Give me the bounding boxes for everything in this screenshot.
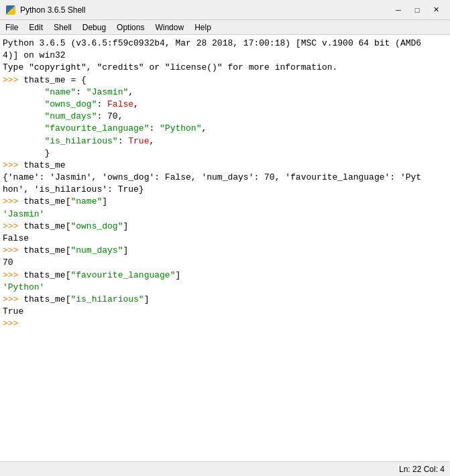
line-owns-dog: "owns_dog": False,	[3, 99, 447, 111]
menu-shell[interactable]: Shell	[48, 20, 77, 34]
line-prompt-owns-dog: >>> thats_me["owns_dog"]	[3, 221, 447, 233]
window-controls: ─ □ ✕	[390, 3, 445, 17]
line-fav-lang: "favourite_language": "Python",	[3, 123, 447, 135]
menu-options[interactable]: Options	[111, 20, 150, 34]
line-prompt-fav-lang: >>> thats_me["favourite_language"]	[3, 270, 447, 282]
title-bar-title: Python 3.6.5 Shell	[20, 5, 390, 15]
line-thats-me-output2: hon', 'is_hilarious': True}	[3, 184, 447, 196]
menu-debug[interactable]: Debug	[77, 20, 111, 34]
startup-line1: Python 3.6.5 (v3.6.5:f59c0932b4, Mar 28 …	[3, 38, 447, 50]
menu-help[interactable]: Help	[189, 20, 217, 34]
line-thats-me-output: {'name': 'Jasmin', 'owns_dog': False, 'n…	[3, 172, 447, 184]
maximize-button[interactable]: □	[408, 3, 426, 17]
shell-area[interactable]: Python 3.6.5 (v3.6.5:f59c0932b4, Mar 28 …	[0, 35, 450, 461]
line-name: "name": "Jasmin",	[3, 86, 447, 99]
menu-edit[interactable]: Edit	[23, 20, 48, 34]
menu-window[interactable]: Window	[150, 20, 189, 34]
line-prompt-num-days: >>> thats_me["num_days"]	[3, 245, 447, 257]
line-prompt-thats-me: >>> thats_me	[3, 160, 447, 172]
cursor-position: Ln: 22 Col: 4	[399, 465, 445, 474]
line-final-prompt: >>>	[3, 318, 447, 330]
app-icon	[5, 5, 16, 15]
close-button[interactable]: ✕	[427, 3, 445, 17]
startup-line3: Type "copyright", "credits" or "license(…	[3, 62, 447, 74]
menu-file[interactable]: File	[0, 20, 23, 34]
status-bar: Ln: 22 Col: 4	[0, 461, 450, 476]
line-owns-dog-output: False	[3, 233, 447, 245]
menu-bar: File Edit Shell Debug Options Window Hel…	[0, 20, 450, 35]
line-thats-me-assign: >>> thats_me = {	[3, 74, 447, 86]
line-num-days-output: 70	[3, 257, 447, 269]
line-prompt-name: >>> thats_me["name"]	[3, 196, 447, 208]
line-is-hilarious: "is_hilarious": True,	[3, 135, 447, 147]
title-bar: Python 3.6.5 Shell ─ □ ✕	[0, 0, 450, 20]
line-is-hilarious-output: True	[3, 306, 447, 318]
line-fav-lang-output: 'Python'	[3, 282, 447, 294]
line-prompt-is-hilarious: >>> thats_me["is_hilarious"]	[3, 294, 447, 306]
line-num-days: "num_days": 70,	[3, 111, 447, 123]
minimize-button[interactable]: ─	[390, 3, 407, 17]
line-close-brace: }	[3, 147, 447, 160]
startup-line2: 4)] on win32	[3, 50, 447, 62]
line-name-output: 'Jasmin'	[3, 209, 447, 221]
